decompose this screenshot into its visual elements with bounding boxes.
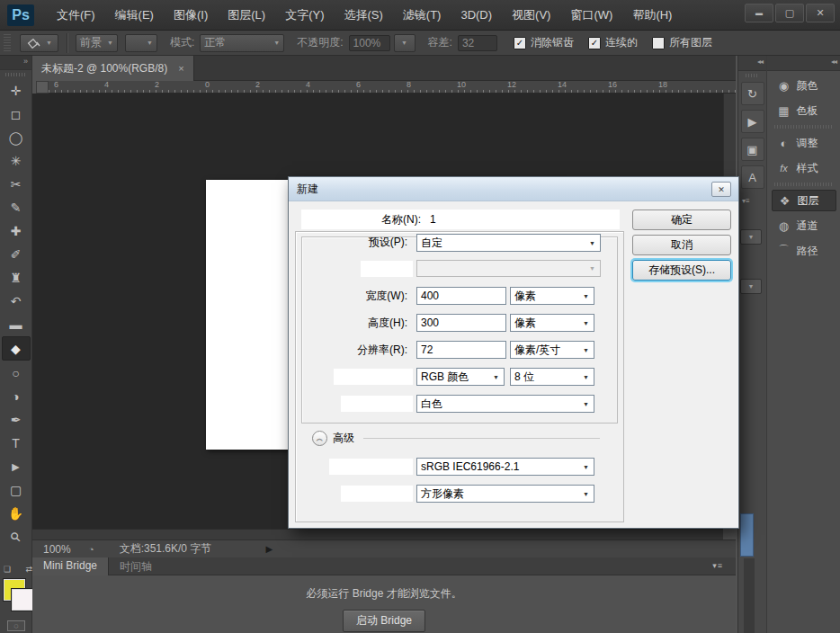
tab-mini-bridge[interactable]: Mini Bridge: [32, 557, 109, 575]
pattern-picker[interactable]: ▼: [125, 34, 157, 52]
ok-button[interactable]: 确定: [632, 210, 731, 230]
type-tool-button[interactable]: T: [3, 432, 30, 454]
quick-mask-button[interactable]: ◌: [7, 620, 25, 631]
marquee-tool-button[interactable]: ◻: [3, 103, 30, 125]
shape-tool-button[interactable]: ▢: [3, 478, 30, 501]
pen-tool-button[interactable]: ✒: [3, 408, 30, 431]
menu-item[interactable]: 文件(F): [47, 0, 105, 30]
app-titlebar: Ps 文件(F) 编辑(E) 图像(I) 图层(L) 文字(Y) 选择(S) 滤…: [0, 0, 840, 31]
maximize-button[interactable]: ▢: [775, 4, 804, 22]
height-input[interactable]: 300: [416, 314, 506, 332]
actions-panel-icon[interactable]: ▶: [741, 110, 764, 133]
hand-tool-button[interactable]: ✋: [3, 502, 30, 524]
3d-panel-icon[interactable]: ▣: [741, 138, 764, 161]
all-layers-checkbox[interactable]: ✓ 所有图层: [652, 35, 712, 50]
panel-menu-icon[interactable]: ▾≡: [712, 561, 723, 570]
history-brush-tool-button[interactable]: ↶: [3, 290, 30, 312]
panel-menu-icon[interactable]: ▾≡: [742, 197, 750, 205]
dropdown-arrow-icon[interactable]: ▼: [740, 229, 762, 245]
height-unit-select[interactable]: 像素 ▼: [510, 314, 594, 332]
dropdown-arrow-icon: ▼: [273, 40, 280, 46]
crop-tool-button[interactable]: ✂: [3, 173, 30, 195]
clone-stamp-tool-button[interactable]: ♜: [3, 266, 30, 289]
tolerance-input[interactable]: 32: [458, 35, 497, 51]
horizontal-scrollbar[interactable]: [32, 529, 723, 539]
tab-timeline[interactable]: 时间轴: [109, 557, 163, 575]
eraser-tool-button[interactable]: ▬: [3, 313, 30, 335]
menu-item[interactable]: 图像(I): [164, 0, 218, 30]
swap-colors-icon[interactable]: ⇄: [25, 565, 32, 575]
fill-source-select[interactable]: 前景 ▼: [76, 34, 118, 52]
launch-bridge-button[interactable]: 启动 Bridge: [343, 610, 425, 632]
document-tab[interactable]: 未标题-2 @ 100%(RGB/8) ×: [32, 56, 194, 81]
zoom-level-field[interactable]: 100%: [43, 543, 88, 556]
menu-item[interactable]: 滤镜(T): [393, 0, 451, 30]
color-panel-button[interactable]: ◉颜色: [772, 75, 836, 96]
mode-select[interactable]: 正常 ▼: [200, 34, 284, 52]
dialog-close-button[interactable]: ✕: [711, 182, 731, 197]
clone-stamp-tool-icon: ♜: [10, 271, 22, 285]
save-preset-button[interactable]: 存储预设(S)...: [632, 260, 731, 281]
menu-item[interactable]: 编辑(E): [105, 0, 164, 30]
color-profile-select[interactable]: sRGB IEC61966-2.1 ▼: [416, 458, 594, 476]
history-panel-icon[interactable]: ↻: [741, 82, 764, 105]
collapse-advanced-button[interactable]: ︽: [312, 431, 327, 446]
layers-panel-button[interactable]: ❖图层: [772, 190, 836, 211]
width-unit-select[interactable]: 像素 ▼: [510, 287, 594, 305]
healing-brush-tool-button[interactable]: ✚: [3, 219, 30, 242]
move-tool-button[interactable]: ✛: [3, 79, 30, 102]
menu-item[interactable]: 选择(S): [334, 0, 392, 30]
dock-collapse-button[interactable]: ◂◂: [738, 56, 766, 71]
pixel-aspect-select[interactable]: 方形像素 ▼: [416, 485, 594, 503]
character-panel-icon[interactable]: A: [741, 165, 764, 189]
contiguous-checkbox[interactable]: ✓ 连续的: [588, 35, 638, 50]
color-mode-select[interactable]: RGB 颜色 ▼: [416, 368, 505, 386]
tools-collapse-button[interactable]: »: [0, 56, 31, 70]
zoom-tool-button[interactable]: ⚲: [3, 525, 30, 548]
preset-select[interactable]: 自定 ▼: [416, 234, 601, 252]
paint-bucket-tool-button[interactable]: ◆: [2, 336, 31, 361]
resolution-unit-select[interactable]: 像素/英寸 ▼: [510, 341, 594, 359]
status-flyout-button[interactable]: ▶: [265, 544, 273, 554]
menu-item[interactable]: 3D(D): [451, 0, 502, 30]
menu-item[interactable]: 文字(Y): [275, 0, 334, 30]
anti-alias-checkbox[interactable]: ✓ 消除锯齿: [514, 35, 574, 50]
adjustments-panel-button[interactable]: ◐调整: [772, 132, 836, 154]
hand-tool-icon: ✋: [8, 506, 23, 521]
opacity-input[interactable]: 100%: [349, 35, 390, 51]
dock-collapse-button[interactable]: ◂◂: [767, 56, 840, 71]
background-color-swatch[interactable]: [12, 589, 33, 611]
styles-panel-button[interactable]: fx样式: [772, 157, 836, 179]
cancel-button[interactable]: 取消: [632, 235, 731, 255]
menu-item[interactable]: 视图(V): [502, 0, 560, 30]
tab-close-icon[interactable]: ×: [178, 63, 183, 74]
paths-panel-button[interactable]: ⌒路径: [772, 240, 836, 262]
brush-tool-button[interactable]: ✐: [3, 243, 30, 265]
menu-item[interactable]: 图层(L): [218, 0, 275, 30]
path-selection-tool-button[interactable]: ►: [3, 455, 30, 477]
eraser-tool-icon: ▬: [10, 317, 22, 332]
close-button[interactable]: ✕: [806, 4, 835, 22]
swatches-panel-button[interactable]: ▦色板: [772, 100, 836, 121]
default-colors-icon[interactable]: ❏: [4, 565, 11, 575]
eyedropper-tool-button[interactable]: ✎: [3, 196, 30, 218]
width-input[interactable]: 400: [416, 287, 506, 305]
dock-icon-column: ◂◂ ↻ ▶ ▣ A ▾≡ ▼ ▼: [737, 56, 766, 633]
menu-item[interactable]: 窗口(W): [560, 0, 622, 30]
dodge-tool-button[interactable]: ◑: [3, 385, 30, 407]
dialog-titlebar[interactable]: 新建 ✕: [289, 177, 738, 201]
lasso-tool-button[interactable]: ◯: [3, 126, 30, 148]
resolution-input[interactable]: 72: [416, 341, 506, 359]
dropdown-arrow-icon[interactable]: ▼: [740, 279, 762, 294]
channels-panel-button[interactable]: ◍通道: [772, 215, 836, 236]
menu-item[interactable]: 帮助(H): [622, 0, 682, 30]
minimize-button[interactable]: ▬: [745, 4, 773, 22]
magic-wand-tool-button[interactable]: ✳: [3, 149, 30, 172]
name-input[interactable]: 1: [426, 213, 436, 226]
background-contents-select[interactable]: 白色 ▼: [416, 395, 594, 413]
advanced-label: 高级: [333, 431, 354, 446]
bit-depth-select[interactable]: 8 位 ▼: [510, 368, 594, 386]
tool-preset-picker[interactable]: ▼: [20, 34, 58, 52]
blur-tool-button[interactable]: ○: [3, 361, 30, 384]
opacity-slider-button[interactable]: ▼: [394, 34, 416, 52]
